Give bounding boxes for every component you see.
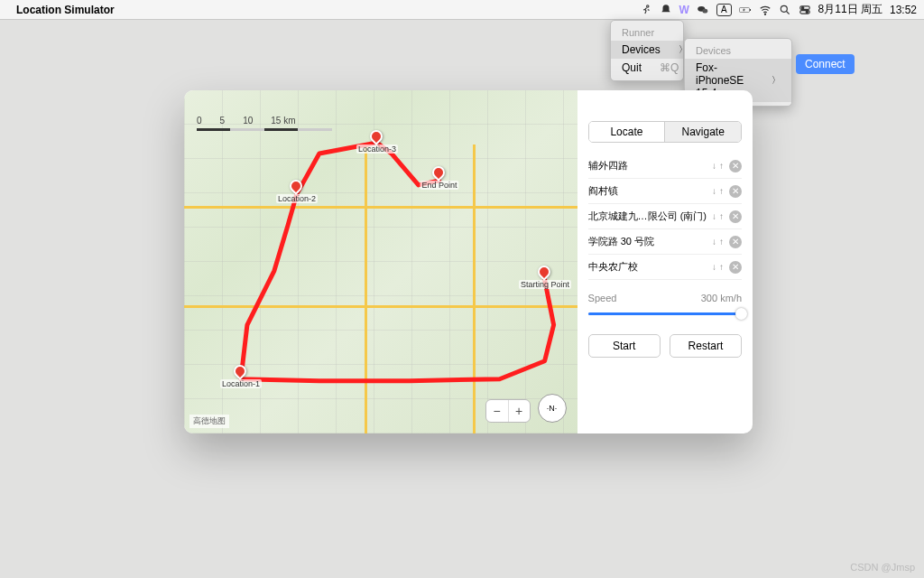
move-down-icon[interactable]: ↓ — [712, 186, 716, 196]
wifi-icon[interactable] — [759, 4, 772, 16]
notification-icon[interactable] — [660, 4, 672, 16]
input-mode-indicator[interactable]: A — [716, 4, 732, 16]
map-canvas[interactable]: 051015 km Starting Point End Point Locat… — [184, 90, 578, 434]
zoom-in-button[interactable]: + — [508, 400, 530, 422]
devices-submenu-title: Devices — [685, 42, 791, 59]
location-label: 辅外四路 — [588, 159, 707, 172]
control-center-icon[interactable] — [799, 4, 811, 16]
location-label: 阎村镇 — [588, 184, 707, 198]
svg-point-5 — [764, 14, 765, 14]
spotlight-icon[interactable] — [779, 4, 791, 16]
svg-point-10 — [806, 11, 808, 13]
delete-icon[interactable]: ✕ — [729, 261, 742, 274]
move-up-icon[interactable]: ↑ — [719, 186, 724, 196]
menubar-date[interactable]: 8月11日 周五 — [818, 2, 882, 17]
runner-menu-title: Runner — [611, 24, 683, 41]
tab-locate[interactable]: Locate — [589, 122, 665, 142]
speed-slider[interactable] — [588, 307, 742, 320]
list-item[interactable]: 北京城建九…限公司 (南门) ↓↑ ✕ — [588, 204, 742, 229]
running-icon[interactable] — [640, 4, 652, 16]
svg-rect-4 — [750, 9, 751, 11]
app-name[interactable]: Location Simulator — [16, 4, 115, 16]
zoom-out-button[interactable]: − — [486, 400, 508, 422]
move-down-icon[interactable]: ↓ — [712, 161, 716, 171]
svg-point-6 — [781, 5, 787, 12]
map-pin-end[interactable]: End Point — [432, 166, 447, 181]
start-button[interactable]: Start — [588, 334, 661, 358]
runner-menu: Runner Devices 〉 Quit ⌘Q — [610, 20, 684, 81]
svg-point-9 — [801, 6, 803, 8]
watermark: CSDN @Jmsp — [850, 562, 915, 573]
menu-item-quit[interactable]: Quit ⌘Q — [611, 59, 683, 77]
map-pin-start[interactable]: Starting Point — [538, 266, 552, 280]
w-icon[interactable]: W — [679, 4, 689, 16]
chevron-right-icon: 〉 — [772, 74, 781, 87]
connect-button[interactable]: Connect — [796, 54, 855, 74]
map-credit: 高德地图 — [189, 415, 229, 428]
move-up-icon[interactable]: ↑ — [719, 237, 724, 247]
compass-icon[interactable]: · N · — [538, 394, 567, 423]
location-label: 北京城建九…限公司 (南门) — [588, 210, 707, 223]
delete-icon[interactable]: ✕ — [729, 210, 742, 223]
location-label: 学院路 30 号院 — [588, 235, 707, 248]
move-up-icon[interactable]: ↑ — [719, 161, 724, 171]
restart-button[interactable]: Restart — [670, 334, 742, 358]
map-pin-loc3[interactable]: Location-3 — [370, 130, 384, 144]
menubar-time[interactable]: 13:52 — [890, 4, 917, 16]
shortcut-label: ⌘Q — [660, 61, 679, 74]
menu-item-devices[interactable]: Devices 〉 — [611, 41, 683, 59]
delete-icon[interactable]: ✕ — [729, 236, 742, 248]
map-pin-loc1[interactable]: Location-1 — [234, 365, 248, 379]
app-window: 051015 km Starting Point End Point Locat… — [184, 90, 753, 434]
list-item[interactable]: 辅外四路 ↓↑ ✕ — [588, 154, 742, 179]
svg-point-2 — [702, 8, 707, 13]
side-panel: Locate Navigate 辅外四路 ↓↑ ✕ 阎村镇 ↓↑ ✕ 北京城建九… — [578, 90, 753, 434]
svg-point-0 — [646, 5, 648, 6]
move-down-icon[interactable]: ↓ — [712, 262, 716, 272]
menu-item-label: Devices — [622, 43, 661, 56]
speed-label: Speed — [588, 293, 617, 303]
menubar: Location Simulator W A 8月11日 周五 13:52 — [0, 0, 924, 20]
speed-value: 300 km/h — [701, 293, 742, 303]
move-down-icon[interactable]: ↓ — [712, 237, 716, 247]
list-item[interactable]: 阎村镇 ↓↑ ✕ — [588, 179, 742, 204]
delete-icon[interactable]: ✕ — [729, 185, 742, 198]
zoom-control: − + — [485, 399, 531, 423]
delete-icon[interactable]: ✕ — [729, 160, 742, 172]
mode-segmented-control: Locate Navigate — [588, 121, 742, 143]
menu-item-label: Quit — [622, 61, 642, 74]
list-item[interactable]: 中央农广校 ↓↑ ✕ — [588, 255, 742, 280]
move-up-icon[interactable]: ↑ — [719, 262, 724, 272]
list-item[interactable]: 学院路 30 号院 ↓↑ ✕ — [588, 229, 742, 255]
battery-icon[interactable] — [739, 4, 752, 16]
tab-navigate[interactable]: Navigate — [664, 122, 741, 142]
move-down-icon[interactable]: ↓ — [712, 211, 716, 221]
move-up-icon[interactable]: ↑ — [719, 211, 724, 221]
location-label: 中央农广校 — [588, 260, 707, 274]
wechat-icon[interactable] — [697, 4, 709, 16]
map-pin-loc2[interactable]: Location-2 — [290, 180, 304, 194]
